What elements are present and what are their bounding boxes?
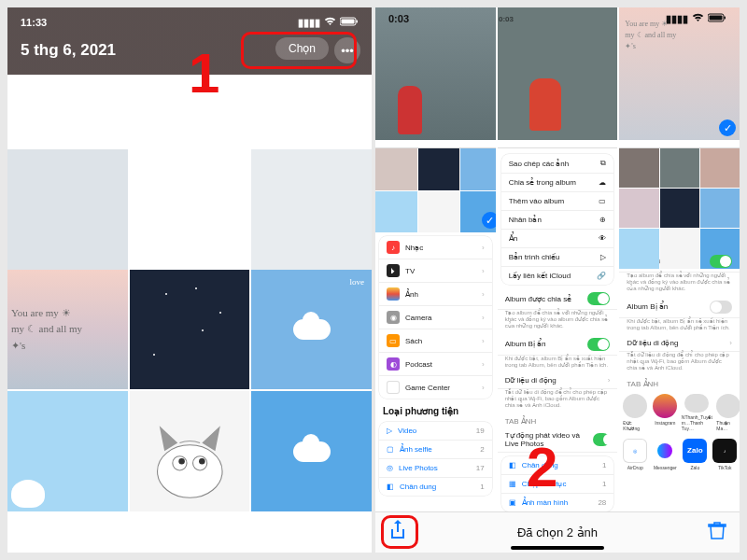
share-app-airdrop[interactable]: ◎AirDrop: [623, 439, 647, 476]
list-item[interactable]: ◉Camera›: [379, 306, 492, 329]
share-button[interactable]: [388, 519, 407, 546]
checkmark-icon: ✓: [482, 212, 496, 229]
thumb[interactable]: [660, 229, 699, 268]
list-item[interactable]: Game Center›: [379, 376, 492, 399]
thumb[interactable]: [700, 148, 740, 188]
selfie-icon: ▢: [387, 445, 394, 454]
status-bar: 0:03 0:03 ▮▮▮▮: [375, 9, 740, 28]
status-bar: 11:33 ▮▮▮▮: [21, 13, 359, 32]
thumb[interactable]: [375, 148, 417, 190]
toggle-hidden-album[interactable]: Album Bị ẩn: [498, 334, 618, 356]
thumb[interactable]: [660, 189, 699, 228]
menu-item-share-album[interactable]: Chia sẻ trong album☁: [501, 174, 614, 192]
wifi-icon: [692, 13, 704, 24]
battery-icon: [708, 13, 726, 24]
share-contact[interactable]: Instagram: [653, 394, 677, 431]
helper-text: Khi được bật, album Bị ẩn sẽ xuất hiện t…: [498, 356, 618, 372]
helper-text: Tắt dữ liệu di động để chỉ cho phép cập …: [619, 352, 740, 376]
menu-item-hide[interactable]: Ẩn👁: [501, 230, 614, 248]
cell-signal-icon: ▮▮▮▮: [298, 17, 320, 29]
burst-icon: ▦: [509, 480, 516, 488]
section-header: Loại phương tiện: [375, 402, 496, 418]
photo-tile-cloud2[interactable]: [251, 391, 372, 511]
menu-item-icloud[interactable]: Lấy liên kết iCloud🔗: [501, 267, 614, 285]
svg-point-11: [657, 443, 672, 458]
photo-tile-cat[interactable]: [130, 391, 250, 511]
svg-rect-1: [342, 20, 355, 24]
play-icon: ▷: [600, 253, 606, 261]
section-header: TAB ẢNH: [498, 413, 618, 427]
list-item[interactable]: ▭Sách›: [379, 329, 492, 353]
thumb-selected[interactable]: ✓: [460, 191, 496, 233]
select-button[interactable]: Chọn: [275, 37, 329, 60]
photo-tile-cloud[interactable]: love: [251, 270, 372, 390]
photo-tile-quote[interactable]: You are my ☀ my ☾ and all my ✦'s: [7, 270, 128, 390]
photo-tile[interactable]: [130, 149, 250, 270]
menu-item-copy[interactable]: Sao chép các ảnh⧉: [501, 154, 614, 174]
helper-text: Tạo album để chia sẻ với những người khá…: [498, 310, 618, 334]
toggle-icon[interactable]: [587, 338, 610, 351]
thumb[interactable]: [460, 148, 496, 190]
list-item[interactable]: Ảnh›: [379, 283, 492, 306]
quote-line: my ☾ and all my: [11, 321, 124, 338]
step-badge-1: 1: [189, 41, 219, 105]
list-item[interactable]: ⏵TV›: [379, 259, 492, 283]
menu-item-slideshow[interactable]: Bản trình chiếu▷: [501, 248, 614, 267]
thumb-grid: [619, 148, 740, 251]
delete-button[interactable]: [708, 520, 726, 545]
link-icon: 🔗: [597, 272, 606, 280]
svg-rect-10: [725, 17, 726, 20]
more-button[interactable]: •••: [334, 37, 360, 63]
thumb[interactable]: [619, 189, 658, 228]
eye-slash-icon: 👁: [599, 234, 606, 243]
toggle-icon[interactable]: [710, 255, 732, 268]
screenshot-icon: ▣: [509, 498, 516, 507]
thumb[interactable]: [418, 148, 460, 190]
toggle-icon[interactable]: [593, 433, 610, 446]
share-contact[interactable]: NThanh_Tuyết m…Thanh Tuy…: [683, 394, 711, 431]
share-app-messenger[interactable]: Messenger: [653, 439, 677, 476]
list-item[interactable]: ▷Video19: [379, 422, 492, 441]
portrait-icon: ◧: [509, 461, 516, 469]
album-icon: ▭: [599, 197, 606, 205]
video-icon: ▷: [387, 427, 392, 435]
thumb[interactable]: [619, 229, 658, 268]
row-cellular[interactable]: Dữ liệu di động›: [619, 335, 740, 352]
menu-item-add-album[interactable]: Thêm vào album▭: [501, 192, 614, 211]
toggle-icon[interactable]: [587, 292, 610, 305]
app-list: ♪Nhạc› ⏵TV› Ảnh› ◉Camera› ▭Sách› ◐Podcas…: [379, 236, 492, 399]
menu-item-duplicate[interactable]: Nhân bản⊕: [501, 211, 614, 230]
action-menu: Sao chép các ảnh⧉ Chia sẻ trong album☁ T…: [501, 154, 614, 285]
share-contact[interactable]: Đức Khương: [623, 394, 647, 431]
photo-tile-stars[interactable]: [130, 270, 250, 390]
thumb[interactable]: [418, 191, 460, 233]
thumb[interactable]: [375, 191, 417, 233]
share-contact[interactable]: Thuận Ma…: [716, 394, 740, 431]
svg-point-7: [199, 458, 205, 465]
photo-tile-bunny[interactable]: [7, 391, 128, 511]
media-list: ▷Video19 ▢Ảnh selfie2 ◎Live Photos17 ◧Ch…: [379, 422, 492, 496]
list-item[interactable]: ◎Live Photos17: [379, 459, 492, 478]
toggle-shared-album[interactable]: Album được chia sẻ: [498, 288, 618, 310]
wifi-icon: [324, 17, 336, 28]
photo-tile[interactable]: [251, 149, 372, 270]
share-sheet: Album được chia sẻ Tạo album để chia sẻ …: [619, 147, 740, 511]
share-app-tiktok[interactable]: ♪TikTok: [712, 439, 737, 476]
people-row: Đức Khương Instagram NThanh_Tuyết m…Than…: [619, 390, 740, 435]
list-item[interactable]: ▢Ảnh selfie2: [379, 441, 492, 459]
screenshot-2: You are my ☀my ☾ and all my✦'s ✓ 0:03 0:…: [375, 7, 740, 553]
list-item[interactable]: ◧Chân dung1: [379, 478, 492, 496]
toggle-hidden-album[interactable]: Album Bị ẩn: [619, 297, 740, 318]
photo-grid-top: [7, 149, 372, 270]
toggle-icon[interactable]: [710, 301, 732, 314]
list-item[interactable]: ♪Nhạc›: [379, 236, 492, 259]
list-item[interactable]: ◐Podcast›: [379, 353, 492, 376]
photo-tile[interactable]: [7, 149, 128, 270]
cell-signal-icon: ▮▮▮▮: [666, 13, 688, 25]
row-cellular[interactable]: Dữ liệu di động›: [498, 372, 618, 389]
thumb[interactable]: [700, 189, 740, 228]
share-app-zalo[interactable]: ZaloZalo: [683, 439, 707, 476]
thumb[interactable]: [619, 148, 658, 188]
thumb[interactable]: [660, 148, 699, 188]
svg-rect-2: [357, 21, 359, 23]
